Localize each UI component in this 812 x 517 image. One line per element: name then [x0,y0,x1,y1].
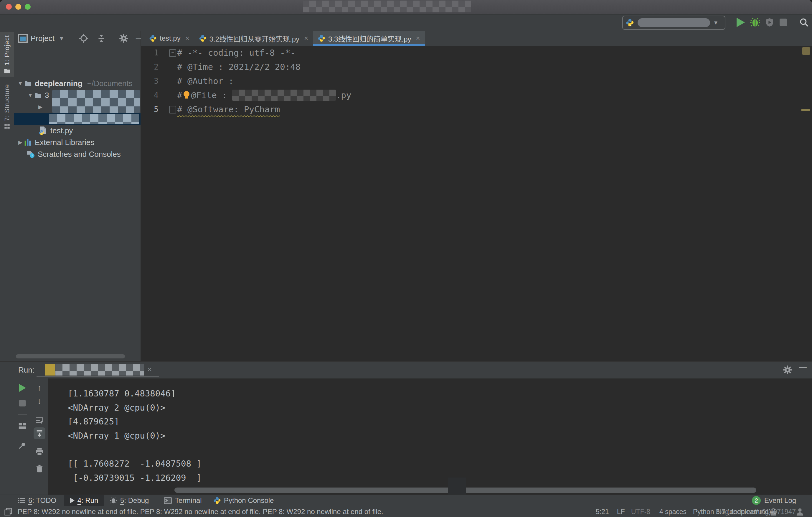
status-message[interactable]: PEP 8: W292 no newline at end of file. P… [18,506,383,517]
warning-stripe-mark[interactable] [802,109,810,111]
pycharm-window: ▾ 1: Project 7: Structure 2: Favorites ★ [0,0,812,517]
code-text: # [177,88,182,102]
print-button[interactable] [34,446,46,457]
tab-label: 3.2线性回归从零开始实现.py [209,33,299,44]
lightbulb-intention-icon[interactable] [182,90,191,100]
tab-3-3-active[interactable]: 3.3线性回归的简单实现.py × [313,31,425,46]
fold-marker[interactable] [169,106,176,113]
line-separator[interactable]: LF [617,506,625,517]
code-editor[interactable]: 1 2 3 4 5 − # -*- coding: utf-8 -*- # @T… [141,46,812,361]
search-everywhere-icon[interactable] [799,18,809,27]
run-with-coverage-icon[interactable] [765,18,774,27]
run-console-output[interactable]: [1.1630787 0.4838046] <NDArray 2 @cpu(0)… [48,378,812,495]
tab-3-2[interactable]: 3.2线性回归从零开始实现.py × [194,31,313,46]
scroll-to-end-button[interactable] [34,427,46,439]
project-stripe-label: 1: Project [3,35,11,65]
chevron-down-icon[interactable]: ▼ [27,92,34,98]
tree-row-external-libraries[interactable]: ▶ External Libraries [14,137,141,148]
run-button[interactable] [736,18,745,27]
fold-marker[interactable]: − [169,49,176,57]
zoom-window-button[interactable] [25,4,31,10]
collapse-all-icon[interactable] [96,33,106,43]
code-text: @File : [191,88,232,102]
code-line-4[interactable]: # @File : .py [177,88,351,102]
tab-test-py[interactable]: test.py × [144,31,194,46]
chevron-down-icon[interactable]: ▼ [17,81,24,87]
toolwindow-python-console[interactable]: Python Console [213,495,274,506]
event-log-button[interactable]: 2 Event Log [752,495,796,506]
title-bar[interactable] [0,0,812,15]
chevron-right-icon[interactable]: ▶ [17,139,24,146]
project-panel: Project ▼ — ▼ deeplearning ~/Documents ▼… [14,31,141,361]
tree-row-scratches[interactable]: Scratches and Consoles [14,148,141,160]
sidebar-item-structure[interactable]: 7: Structure [0,84,14,130]
down-stack-trace-button[interactable]: ↓ [34,395,46,407]
censored-selected-item [49,114,139,124]
code-line-5[interactable]: # @Software: PyCharm [177,102,280,116]
indent-setting[interactable]: 4 spaces [659,506,687,517]
tree-external-label: External Libraries [35,138,94,147]
person-icon [795,506,804,517]
minimize-window-button[interactable] [15,4,21,10]
stop-button[interactable] [780,19,787,26]
restore-layout-button[interactable] [17,420,28,432]
gear-icon[interactable] [783,365,792,375]
hide-panel-icon[interactable]: — [799,363,807,372]
project-horizontal-scrollbar[interactable] [16,354,125,358]
project-view-title[interactable]: Project [31,34,55,43]
run-toolbar-main [14,378,31,499]
console-line: <NDArray 1 @cpu(0)> [68,429,812,443]
chevron-right-icon[interactable]: ▶ [36,104,44,110]
close-tab-icon[interactable]: × [416,34,420,42]
up-stack-trace-button[interactable]: ↑ [34,382,46,394]
file-encoding[interactable]: UTF-8 [631,506,650,517]
toolwindow-debug[interactable]: 5: Debug [110,495,149,506]
run-toolbar-console: ↑ ↓ [31,378,48,499]
rerun-button[interactable] [17,382,28,394]
code-line-3[interactable]: # @Author : [177,74,234,88]
folder-icon [24,80,32,87]
toolwindow-todo[interactable]: 6: TODO [18,495,56,506]
caret-position[interactable]: 5:21 [596,506,609,517]
editor-tab-bar: test.py × 3.2线性回归从零开始实现.py × 3.3线性回归的简单实… [141,31,812,46]
close-tab-icon[interactable]: × [304,34,308,42]
close-tab-icon[interactable]: × [185,34,190,42]
code-line-1[interactable]: # -*- coding: utf-8 -*- [177,46,295,60]
gear-icon[interactable] [119,33,129,43]
toolwindow-run-active[interactable]: 4: Run [64,495,104,506]
clear-all-icon[interactable] [34,463,46,475]
run-configuration-select[interactable]: ▾ [622,16,725,30]
folder-icon [4,68,10,74]
tree-row-test-py[interactable]: test.py [14,125,141,137]
run-label: 4: Run [78,496,98,505]
soft-wrap-button[interactable] [34,414,46,426]
run-tab-underline [36,376,159,377]
console-line: [1.1630787 0.4838046] [68,387,812,401]
debug-button[interactable] [750,17,761,28]
chevron-down-icon[interactable]: ▼ [59,35,64,42]
python-file-icon [318,34,325,42]
toolwindow-terminal[interactable]: Terminal [164,495,202,506]
watermark-text: blog.csdn.net/u014071947 [716,506,796,517]
inspection-indicator[interactable] [802,47,810,55]
code-line-2[interactable]: # @Time : 2021/2/2 20:48 [177,60,300,74]
lock-icon [770,506,777,517]
close-tab-icon[interactable]: × [147,365,152,374]
close-window-button[interactable] [6,4,12,10]
sidebar-item-project[interactable]: 1: Project [0,32,14,77]
pin-tab-button[interactable] [17,439,28,451]
run-panel-header: Run: × — [0,362,812,378]
code-text: .py [336,88,351,102]
python-file-icon [199,34,206,42]
toolbar-separator [794,17,794,28]
run-icon [70,497,75,504]
tab-label: test.py [160,34,181,42]
run-tab[interactable]: × [41,363,159,377]
stop-button[interactable] [17,397,28,409]
tree-row-root[interactable]: ▼ deeplearning ~/Documents [14,78,141,89]
locate-file-icon[interactable] [79,33,89,43]
line-number: 4 [141,88,158,102]
status-panels-icon[interactable] [4,506,12,517]
toolbar-separator [18,414,27,415]
run-panel-body: ↑ ↓ [1.1630787 0.4838046] [14,378,812,495]
